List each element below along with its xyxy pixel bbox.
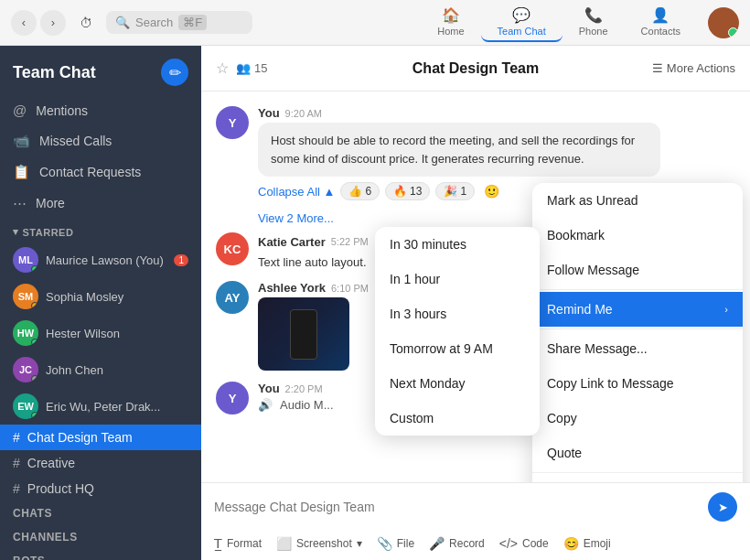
starred-section-header[interactable]: ▾ STARRED <box>0 219 201 242</box>
sidebar-item-missed-calls[interactable]: 📹 Missed Calls <box>0 125 201 156</box>
reaction-tada[interactable]: 🎉 1 <box>435 182 475 200</box>
follow-message-label: Follow Message <box>547 263 639 277</box>
missed-calls-icon: 📹 <box>13 133 30 149</box>
add-reaction-button[interactable]: 🙂 <box>480 182 503 200</box>
avatar-hester: HW <box>13 320 38 346</box>
search-bar[interactable]: 🔍 Search ⌘F <box>106 11 252 34</box>
context-menu-remind-me[interactable]: Remind Me › <box>532 292 743 327</box>
avatar-sophia: SM <box>13 284 38 309</box>
avatar-maurice: ML <box>13 247 38 273</box>
sidebar-item-contact-requests[interactable]: 📋 Contact Requests <box>0 156 201 188</box>
context-menu-follow[interactable]: Follow Message <box>532 253 743 287</box>
record-icon: 🎤 <box>429 536 445 551</box>
remind-me-label: Remind Me <box>547 302 613 317</box>
context-menu-copy-link[interactable]: Copy Link to Message <box>532 366 743 401</box>
user-item-hester[interactable]: HW Hester Wilson <box>0 315 201 351</box>
sender-ashlee: Ashlee York <box>258 281 326 295</box>
user-avatar-button[interactable] <box>708 7 739 38</box>
code-button[interactable]: </> Code <box>499 536 549 551</box>
record-button[interactable]: 🎤 Record <box>429 536 485 551</box>
sidebar-item-more[interactable]: ⋯ More <box>0 188 201 219</box>
bots-section-btn[interactable]: BOTS <box>0 549 201 560</box>
user-item-john[interactable]: JC John Chen <box>0 351 201 388</box>
contacts-icon: 👤 <box>651 6 670 24</box>
remind-1hour-label: In 1 hour <box>390 272 440 286</box>
avatar-you: Y <box>216 106 249 139</box>
sidebar-header: Team Chat ✏ <box>0 46 201 95</box>
remind-1hour[interactable]: In 1 hour <box>375 262 540 296</box>
badge-maurice: 1 <box>174 254 188 266</box>
remind-3hours[interactable]: In 3 hours <box>375 296 540 331</box>
format-label: Format <box>227 537 262 550</box>
context-menu-quote[interactable]: Quote <box>532 436 743 470</box>
user-item-maurice[interactable]: ML Maurice Lawson (You) 1 <box>0 242 201 278</box>
nav-back-button[interactable]: ‹ <box>11 10 37 36</box>
user-name-hester: Hester Wilson <box>46 327 120 340</box>
channels-label: CHANNELS <box>13 531 78 544</box>
message-text-2: Text line auto layout. <box>258 255 367 269</box>
audio-play-icon: 🔊 <box>258 398 273 412</box>
reaction-fire[interactable]: 🔥 13 <box>385 182 430 200</box>
chats-section-btn[interactable]: CHATS <box>0 501 201 525</box>
members-icon: 👥 <box>236 61 251 75</box>
chevron-down-icon: ▾ <box>13 226 19 238</box>
nav-tabs: 🏠 Home 💬 Team Chat 📞 Phone 👤 Contacts <box>421 3 697 42</box>
channel-item-creative[interactable]: # Creative <box>0 450 201 476</box>
nav-history-button[interactable]: ⏱ <box>73 10 99 36</box>
starred-section-label: STARRED <box>23 227 74 238</box>
screenshot-button[interactable]: ⬜ Screenshot ▾ <box>276 536 362 551</box>
user-item-eric[interactable]: EW Eric Wu, Peter Drak... <box>0 388 201 425</box>
record-label: Record <box>449 537 485 550</box>
tab-contacts[interactable]: 👤 Contacts <box>625 3 697 42</box>
status-dot-eric <box>31 412 38 419</box>
star-button[interactable]: ☆ <box>216 59 229 77</box>
sender-you: You <box>258 106 280 120</box>
nav-forward-button[interactable]: › <box>40 10 66 36</box>
search-shortcut: ⌘F <box>178 15 207 30</box>
status-dot-maurice <box>31 265 38 273</box>
format-icon: T̲ <box>214 536 222 551</box>
search-label: Search <box>135 16 173 29</box>
sidebar-missed-calls-label: Missed Calls <box>39 134 112 148</box>
more-actions-button[interactable]: ☰ More Actions <box>652 61 735 75</box>
remind-monday[interactable]: Next Monday <box>375 366 540 401</box>
user-item-sophia[interactable]: SM Sophia Mosley <box>0 278 201 315</box>
remind-30min[interactable]: In 30 minutes <box>375 227 540 262</box>
toolbar-row: T̲ Format ⬜ Screenshot ▾ 📎 File 🎤 Record <box>201 531 750 560</box>
user-name-john: John Chen <box>46 363 103 377</box>
channel-label-product-hq: Product HQ <box>27 481 94 496</box>
screenshot-label: Screenshot <box>296 537 352 550</box>
sidebar-item-mentions[interactable]: @ Mentions <box>0 95 201 125</box>
channel-item-product-hq[interactable]: # Product HQ <box>0 476 201 501</box>
send-button[interactable]: ➤ <box>708 492 737 522</box>
file-button[interactable]: 📎 File <box>377 536 414 551</box>
context-menu-share[interactable]: Share Message... <box>532 331 743 366</box>
at-icon: @ <box>13 102 27 118</box>
remind-30min-label: In 30 minutes <box>390 237 466 252</box>
remind-custom[interactable]: Custom <box>375 401 540 436</box>
channel-item-chat-design-team[interactable]: # Chat Design Team <box>0 425 201 450</box>
tab-home[interactable]: 🏠 Home <box>421 3 480 42</box>
sidebar-contact-requests-label: Contact Requests <box>39 165 141 179</box>
context-menu-mark-unread[interactable]: Mark as Unread <box>532 183 743 218</box>
collapse-all-button[interactable]: Collapse All ▲ <box>258 185 335 199</box>
format-button[interactable]: T̲ Format <box>214 536 262 551</box>
avatar-ashlee: AY <box>216 281 249 314</box>
contact-requests-icon: 📋 <box>13 164 30 180</box>
remind-monday-label: Next Monday <box>390 376 465 391</box>
message-input[interactable] <box>214 500 701 514</box>
avatar-katie: KC <box>216 232 249 265</box>
image-message[interactable] <box>258 297 349 371</box>
context-menu-bookmark[interactable]: Bookmark <box>532 218 743 253</box>
context-menu-pin[interactable]: Pin for Everyone <box>532 475 743 482</box>
remind-tomorrow[interactable]: Tomorrow at 9 AM <box>375 331 540 366</box>
context-menu-copy[interactable]: Copy <box>532 401 743 436</box>
tab-phone[interactable]: 📞 Phone <box>562 3 625 42</box>
compose-button[interactable]: ✏ <box>161 59 188 86</box>
emoji-button[interactable]: 😊 Emoji <box>563 536 611 551</box>
reaction-thumbs-up[interactable]: 👍 6 <box>340 182 380 200</box>
screenshot-icon: ⬜ <box>276 536 292 551</box>
context-menu-divider-3 <box>532 472 743 473</box>
channels-section-btn[interactable]: CHANNELS <box>0 525 201 549</box>
tab-team-chat[interactable]: 💬 Team Chat <box>481 3 562 42</box>
